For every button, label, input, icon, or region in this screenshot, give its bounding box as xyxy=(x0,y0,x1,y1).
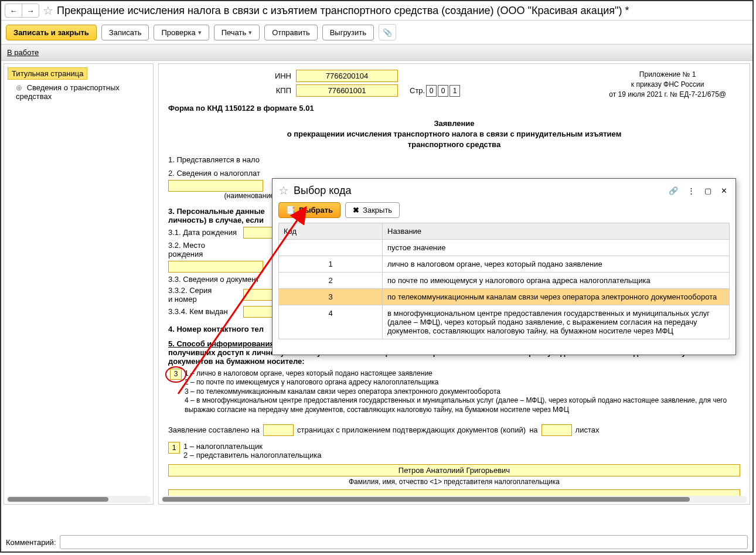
status-link[interactable]: В работе xyxy=(7,48,39,57)
kpp-field[interactable]: 776601001 xyxy=(296,84,398,97)
taxpayer-name-field[interactable] xyxy=(168,180,263,192)
attachments-count-field[interactable] xyxy=(542,424,572,436)
tree-item-vehicles[interactable]: ⊕ Сведения о транспортных средствах xyxy=(8,82,149,102)
method-option-1: 1 – лично в налоговом органе, через кото… xyxy=(185,369,740,379)
col-name[interactable]: Название xyxy=(383,223,730,240)
send-button[interactable]: Отправить xyxy=(264,25,317,40)
nav-box: ← → xyxy=(5,4,39,18)
modal-select-button[interactable]: 📑 Выбрать xyxy=(278,202,340,218)
tree-expand-icon[interactable]: ⊕ xyxy=(16,83,22,92)
modal-close-button[interactable]: ✖ Закрыть xyxy=(345,202,400,218)
status-bar: В работе xyxy=(1,45,752,61)
representative-name-caption: Фамилия, имя, отчество <1> представителя… xyxy=(168,478,740,486)
nav-tree: Титульная страница ⊕ Сведения о транспор… xyxy=(4,63,154,505)
nav-back-button[interactable]: ← xyxy=(5,4,22,17)
form-knd-line: Форма по КНД 1150122 в формате 5.01 xyxy=(168,104,740,113)
check-button[interactable]: Проверка xyxy=(154,25,209,40)
comment-label: Комментарий: xyxy=(6,538,56,547)
code-row[interactable]: 3по телекоммуникационным каналам связи ч… xyxy=(279,289,730,305)
attach-button[interactable]: 📎 xyxy=(379,24,396,40)
inn-field[interactable]: 7766200104 xyxy=(296,70,398,82)
section-1: 1. Представляется в нало xyxy=(168,155,740,164)
code-row[interactable]: 1лично в налоговом органе, через который… xyxy=(279,256,730,273)
main-toolbar: Записать и закрыть Записать Проверка Печ… xyxy=(1,21,752,45)
representative-type-field[interactable]: 1 xyxy=(168,442,180,454)
pages-row: Заявление составлено на страницах с прил… xyxy=(168,424,740,436)
select-icon: 📑 xyxy=(286,206,295,214)
link-icon[interactable]: 🔗 xyxy=(666,185,680,196)
code-cell: 3 xyxy=(279,289,383,305)
name-cell: лично в налоговом органе, через который … xyxy=(383,256,730,273)
modal-title: Выбор кода xyxy=(294,185,351,197)
name-cell: пустое значение xyxy=(383,240,730,256)
comment-input[interactable] xyxy=(60,535,748,549)
label-doc: 3.3. Сведения о документ xyxy=(168,275,259,284)
method-option-4: 4 – в многофункциональном центре предост… xyxy=(185,396,740,414)
str-label: Стр. xyxy=(410,86,425,95)
order-reference: Приложение № 1 к приказу ФНС России от 1… xyxy=(609,70,726,99)
pages-count-field[interactable] xyxy=(263,424,294,436)
export-button[interactable]: Выгрузить xyxy=(322,25,374,40)
col-code[interactable]: Код xyxy=(279,223,383,240)
label-birth-date: 3.1. Дата рождения xyxy=(168,228,239,237)
page-d3: 1 xyxy=(449,85,460,97)
kpp-label: КПП xyxy=(168,86,296,95)
page-d2: 0 xyxy=(438,85,448,97)
maximize-icon[interactable]: ▢ xyxy=(702,185,714,196)
code-row[interactable]: пустое значение xyxy=(279,240,730,256)
inn-label: ИНН xyxy=(168,71,296,80)
code-row[interactable]: 4в многофункциональном центре предоставл… xyxy=(279,305,730,339)
tree-item-label: Сведения о транспортных средствах xyxy=(16,83,120,101)
nav-forward-button[interactable]: → xyxy=(22,4,39,17)
title-bar: ← → ☆ Прекращение исчисления налога в св… xyxy=(1,1,752,21)
code-cell: 1 xyxy=(279,256,383,273)
save-close-button[interactable]: Записать и закрыть xyxy=(6,25,97,40)
representative-name-field[interactable]: Петров Анатолиий Григорьевич xyxy=(168,464,740,476)
code-cell xyxy=(279,240,383,256)
name-cell: в многофункциональном центре предоставле… xyxy=(383,305,730,339)
rep-option-1: 1 – налогоплательщик xyxy=(183,442,322,451)
rep-option-2: 2 – представитель налогоплательщика xyxy=(183,451,322,459)
birth-place-field[interactable] xyxy=(168,261,263,273)
page-title: Прекращение исчисления налога в связи с … xyxy=(57,5,629,17)
inform-method-field[interactable]: 3 xyxy=(170,369,182,380)
method-option-3: 3 – по телекоммуникационным каналам связ… xyxy=(185,387,740,397)
section-2: 2. Сведения о налогоплат xyxy=(168,169,740,178)
code-cell: 4 xyxy=(279,305,383,339)
code-cell: 2 xyxy=(279,273,383,289)
x-icon: ✖ xyxy=(353,206,359,214)
code-table: Код Название пустое значение1лично в нал… xyxy=(278,223,730,339)
close-icon[interactable]: ✕ xyxy=(718,185,730,196)
method-option-2: 2 – по почте по имеющемуся у налогового … xyxy=(185,378,740,387)
favorite-star-icon[interactable]: ☆ xyxy=(43,4,53,18)
comment-row: Комментарий: xyxy=(6,535,748,549)
label-series-number: 3.3.2. Серия и номер xyxy=(168,286,239,304)
birth-date-field[interactable] xyxy=(243,227,274,239)
code-select-modal: ☆ Выбор кода 🔗 ⋮ ▢ ✕ 📑 Выбрать ✖ Закрыть… xyxy=(272,178,736,355)
left-scrollbar[interactable] xyxy=(6,496,151,503)
save-button[interactable]: Записать xyxy=(101,25,149,40)
name-cell: по почте по имеющемуся у налогового орга… xyxy=(383,273,730,289)
more-icon[interactable]: ⋮ xyxy=(685,185,697,196)
declaration-title: Заявление о прекращении исчисления транс… xyxy=(168,118,740,151)
inform-method-area: 3 1 – лично в налоговом органе, через ко… xyxy=(168,369,740,415)
right-scrollbar[interactable] xyxy=(161,496,747,503)
page-d1: 0 xyxy=(426,85,437,97)
name-cell: по телекоммуникационным каналам связи че… xyxy=(383,289,730,305)
print-button[interactable]: Печать xyxy=(214,25,260,40)
label-birth-place: 3.2. Место рождения xyxy=(168,241,239,258)
modal-star-icon[interactable]: ☆ xyxy=(278,183,289,198)
code-row[interactable]: 2по почте по имеющемуся у налогового орг… xyxy=(279,273,730,289)
label-issued-by: 3.3.4. Кем выдан xyxy=(168,307,239,316)
tree-item-title-page[interactable]: Титульная страница xyxy=(8,67,87,80)
